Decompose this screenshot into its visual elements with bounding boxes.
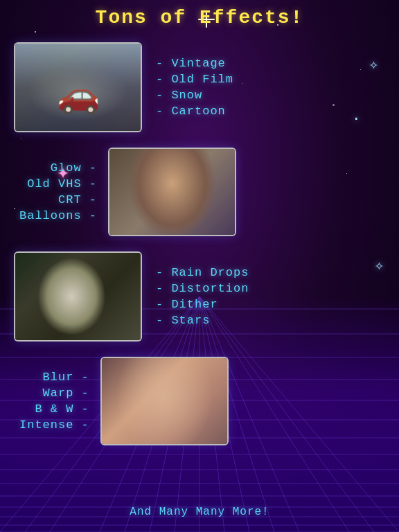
row2: Glow - Old VHS - CRT - Balloons - bbox=[0, 143, 399, 240]
effect-warp: Warp - bbox=[19, 387, 89, 400]
effect-bw: B & W - bbox=[19, 402, 89, 416]
photo-flower-frame bbox=[14, 251, 142, 342]
effect-old-film: - Old Film bbox=[156, 73, 233, 86]
effect-glow: Glow - bbox=[19, 161, 97, 175]
effect-stars: - Stars bbox=[156, 314, 249, 327]
photo-face1-frame bbox=[108, 148, 236, 236]
main-content: Tons of Effects! - Vintage - Old Film - … bbox=[0, 0, 399, 532]
effect-distortion: - Distortion bbox=[156, 282, 249, 295]
row1-effect-list: - Vintage - Old Film - Snow - Cartoon bbox=[142, 57, 242, 118]
photo-face1 bbox=[109, 149, 235, 235]
effect-vintage: - Vintage bbox=[156, 57, 233, 70]
footer-area: And Many Many More! bbox=[0, 506, 399, 518]
photo-face2-frame bbox=[100, 357, 229, 445]
photo-flower bbox=[15, 253, 141, 340]
row3-effect-list: - Rain Drops - Distortion - Dither - Sta… bbox=[142, 266, 257, 327]
effect-snow: - Snow bbox=[156, 89, 233, 102]
effect-old-vhs: Old VHS - bbox=[19, 177, 97, 190]
effect-cartoon: - Cartoon bbox=[156, 105, 233, 118]
effect-dither: - Dither bbox=[156, 298, 249, 311]
page-title: Tons of Effects! bbox=[96, 7, 304, 28]
row1: - Vintage - Old Film - Snow - Cartoon bbox=[0, 38, 399, 136]
effect-rain-drops: - Rain Drops bbox=[156, 266, 249, 279]
photo-car-frame bbox=[14, 42, 142, 132]
photo-car bbox=[15, 44, 141, 131]
row3: - Rain Drops - Distortion - Dither - Sta… bbox=[0, 247, 399, 346]
row4: Blur - Warp - B & W - Intense - bbox=[0, 353, 399, 450]
row4-effect-list: Blur - Warp - B & W - Intense - bbox=[14, 371, 100, 432]
effect-balloons: Balloons - bbox=[19, 209, 97, 222]
row2-effect-list: Glow - Old VHS - CRT - Balloons - bbox=[14, 161, 108, 222]
effect-crt: CRT - bbox=[19, 193, 97, 206]
effect-blur: Blur - bbox=[19, 371, 89, 384]
photo-face2 bbox=[102, 358, 227, 444]
footer-text: And Many Many More! bbox=[130, 506, 269, 518]
effect-intense: Intense - bbox=[19, 418, 89, 432]
